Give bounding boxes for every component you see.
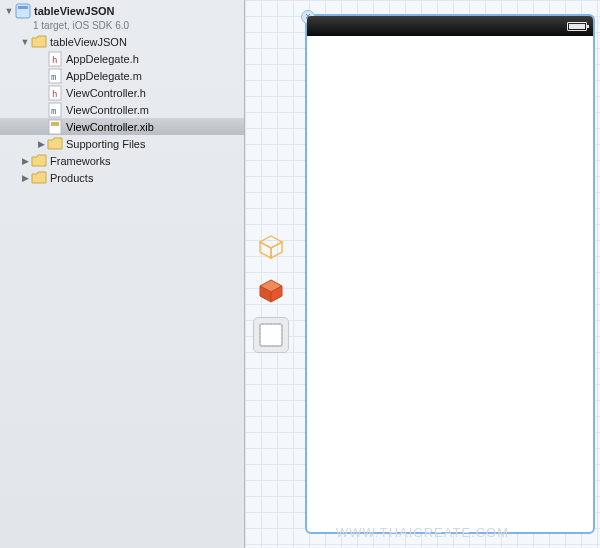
project-navigator: ▼ tableViewJSON 1 target, iOS SDK 6.0 ▼ …	[0, 0, 245, 548]
project-subtitle: 1 target, iOS SDK 6.0	[0, 19, 244, 33]
battery-icon	[567, 22, 587, 31]
file-row[interactable]: ▶ m ViewController.m	[0, 101, 244, 118]
file-label: ViewController.m	[66, 104, 149, 116]
watermark-text: WWW.THAICREATE.COM	[336, 525, 509, 540]
frameworks-row[interactable]: ▶ Frameworks	[0, 152, 244, 169]
svg-marker-13	[260, 242, 271, 258]
file-row-selected[interactable]: ▶ ViewController.xib	[0, 118, 244, 135]
folder-icon	[47, 136, 63, 152]
iphone-status-bar	[307, 16, 593, 36]
impl-file-icon: m	[47, 68, 63, 84]
svg-text:m: m	[51, 72, 56, 82]
project-name-label: tableViewJSON	[34, 5, 115, 17]
folder-icon	[31, 170, 47, 186]
file-row[interactable]: ▶ h AppDelegate.h	[0, 50, 244, 67]
file-row[interactable]: ▶ h ViewController.h	[0, 84, 244, 101]
project-root-row[interactable]: ▼ tableViewJSON	[0, 2, 244, 19]
file-row[interactable]: ▶ m AppDelegate.m	[0, 67, 244, 84]
file-label: ViewController.xib	[66, 121, 154, 133]
folder-label: tableViewJSON	[50, 36, 127, 48]
svg-marker-12	[260, 236, 282, 248]
ib-dock	[251, 230, 291, 352]
svg-rect-11	[51, 122, 59, 126]
folder-label: Products	[50, 172, 93, 184]
folder-icon	[31, 153, 47, 169]
folder-icon	[31, 34, 47, 50]
device-view-frame[interactable]: ×	[305, 14, 595, 534]
disclosure-triangle-icon[interactable]: ▼	[4, 6, 14, 16]
xcode-project-icon	[15, 3, 31, 19]
xib-file-icon	[47, 119, 63, 135]
file-tree: ▼ tableViewJSON 1 target, iOS SDK 6.0 ▼ …	[0, 0, 244, 186]
folder-label: Supporting Files	[66, 138, 146, 150]
supporting-files-row[interactable]: ▶ Supporting Files	[0, 135, 244, 152]
svg-text:h: h	[52, 89, 57, 99]
disclosure-triangle-icon[interactable]: ▼	[20, 37, 30, 47]
svg-rect-18	[260, 324, 282, 346]
dock-view-item[interactable]	[254, 318, 288, 352]
disclosure-triangle-icon[interactable]: ▶	[20, 173, 30, 183]
svg-text:h: h	[52, 55, 57, 65]
header-file-icon: h	[47, 51, 63, 67]
dock-placeholder-cube[interactable]	[254, 230, 288, 264]
svg-marker-14	[271, 242, 282, 258]
products-row[interactable]: ▶ Products	[0, 169, 244, 186]
impl-file-icon: m	[47, 102, 63, 118]
svg-rect-1	[18, 6, 28, 9]
folder-label: Frameworks	[50, 155, 111, 167]
disclosure-triangle-icon[interactable]: ▶	[36, 139, 46, 149]
interface-builder-canvas[interactable]: × WWW.THAICREATE.COM	[245, 0, 600, 548]
disclosure-triangle-icon[interactable]: ▶	[20, 156, 30, 166]
svg-text:m: m	[51, 106, 56, 116]
header-file-icon: h	[47, 85, 63, 101]
file-label: AppDelegate.m	[66, 70, 142, 82]
file-label: AppDelegate.h	[66, 53, 139, 65]
dock-first-responder-cube[interactable]	[254, 274, 288, 308]
file-label: ViewController.h	[66, 87, 146, 99]
group-folder-row[interactable]: ▼ tableViewJSON	[0, 33, 244, 50]
